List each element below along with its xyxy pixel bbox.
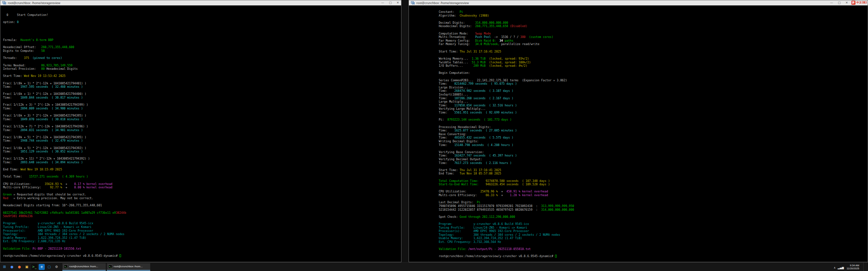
terminal-cursor xyxy=(555,255,557,257)
terminal-line xyxy=(3,164,401,168)
terminal-output-left[interactable]: 0 Start Computation!option: 0Formula: Hu… xyxy=(0,5,401,262)
terminal-icon: >_ xyxy=(108,265,112,269)
taskbar-window-button[interactable]: >_root@crunchbox /hom... xyxy=(107,263,150,271)
terminal-line: Hexadecimal Digits starting from: 16^-26… xyxy=(3,204,401,207)
edge-icon[interactable]: e xyxy=(39,264,45,270)
terminal-line: Time: 15148.798 seconds ( 4.208 hours ) xyxy=(439,143,868,147)
terminal-line: Program: y-cruncher v0.8.6 Build 9545-ic… xyxy=(439,222,868,226)
terminal-line: CPU Utilization: 35624.93 % + 0.17 % ker… xyxy=(3,182,401,186)
terminal-line: Hexadecimal Digits: 260,771,355,448,658 … xyxy=(439,24,868,28)
terminal-line xyxy=(439,17,868,21)
terminal-line: Start Time: Thu Jul 31 17:16:41 2025 xyxy=(439,50,868,54)
terminal-line xyxy=(439,53,868,57)
terminal-line: 0 Start Computation! xyxy=(3,13,401,17)
terminal-line: Internal Precision: 80 Hexadecimal Digit… xyxy=(3,67,401,71)
show-desktop-button[interactable] xyxy=(863,263,865,271)
code-icon[interactable]: ▢ xyxy=(46,264,52,270)
terminal-line: Digits to Compute: 58 xyxy=(3,49,401,53)
terminal-line: Computation Mode: Swap Mode xyxy=(439,32,868,36)
terminal-line: Pi: 8793223.144 seconds ( 101.773 days ) xyxy=(439,118,868,122)
firefox-icon[interactable]: ● xyxy=(16,264,22,270)
terminal-line: Usable Memory: 1,622,394,724,352 (1.47 T… xyxy=(439,236,868,240)
terminal-line xyxy=(3,189,401,193)
terminal-line: Series CommonP2B3... 22,141,292,175,361 … xyxy=(439,79,868,82)
terminal-line xyxy=(3,35,401,39)
close-button[interactable]: ✕ xyxy=(396,0,399,5)
terminal-line xyxy=(3,42,401,46)
terminal-line xyxy=(3,27,401,31)
maximize-button[interactable]: ▢ xyxy=(389,0,392,5)
terminal-icon[interactable]: >_ xyxy=(31,264,37,270)
terminal-line: Time: 1947.595 seconds ( 32.460 minutes … xyxy=(3,85,401,89)
network-icon[interactable]: ▂▄▆ xyxy=(838,266,844,269)
terminal-line xyxy=(3,121,401,125)
terminal-line: Program: y-cruncher v0.8.6 Build 9545-ic… xyxy=(3,222,401,225)
terminal-line: Time: 1625.077 seconds ( 27.085 minutes … xyxy=(439,129,868,132)
terminal-line xyxy=(439,218,868,222)
terminal-line xyxy=(3,60,401,64)
terminal-line xyxy=(3,31,401,35)
terminal-line: Begin Computation: xyxy=(439,71,868,75)
terminal-line: Algorithm: Chudnovsky (1988) xyxy=(439,14,868,18)
terminal-line: Red = Extra working precision. May not b… xyxy=(3,196,401,200)
terminal-line: Hexadecimal Offset: 260,771,355,448,600 xyxy=(3,45,401,49)
terminal-line: Time: 7617.273 seconds ( 2.116 hours ) xyxy=(439,161,868,165)
terminal-line: Validation File: Pi-BBP - 20251119-18155… xyxy=(3,247,401,251)
minimize-button[interactable]: — xyxy=(381,0,384,5)
terminal-line: Topology: 384 threads / 384 cores / 2 so… xyxy=(439,233,868,237)
terminal-line xyxy=(439,197,868,201)
terminal-line: Base Converting: xyxy=(439,132,868,136)
terminal-line: Frac( 1/(6k + 5) * 2^(-12k + 10430854217… xyxy=(3,146,401,150)
terminal-line: Time: 268474.982 seconds ( 3.107 days ) xyxy=(439,89,868,93)
terminal-line: Decimal Digits: 314,000,000,000,000 xyxy=(439,21,868,25)
terminal-line xyxy=(439,251,868,255)
terminal-line: Time: 2094.031 seconds ( 34.901 minutes … xyxy=(3,128,401,132)
close-button[interactable]: ✕ xyxy=(845,0,848,5)
terminal-line: Start Time: Thu Jul 31 17:16:41 2025 xyxy=(439,168,868,172)
terminal-line xyxy=(439,165,868,168)
terminal-line: Multi-Threading: Push Pool -> 1536 / ? /… xyxy=(439,35,868,39)
putty-icon xyxy=(411,1,415,5)
terminal-line xyxy=(3,171,401,175)
terminal-line: Time: 1849.070 seconds ( 30.818 minutes … xyxy=(3,118,401,121)
start-icon[interactable]: ⊞ xyxy=(1,264,7,270)
terminal-line: Verifying Decimal Output: xyxy=(439,158,868,161)
terminal-line xyxy=(439,244,868,248)
terminal-line: Frac( 1/(6k + 1) * 2^(-12k + 10430854217… xyxy=(3,92,401,96)
terminal-line xyxy=(439,122,868,125)
taskbar-clock[interactable]: 9:34 AM 11/20/2025 xyxy=(847,264,859,270)
terminal-line: Time: 187206.260 seconds ( 2.167 days ) xyxy=(439,97,868,100)
terminal-line: Time: 1948.744 seconds ( 32.479 minutes … xyxy=(3,139,401,143)
terminal-line: Time: 481655.432 seconds ( 5.575 days ) xyxy=(439,136,868,140)
terminal-line: Frac( 1/(12k + 7) * 2^(-12k + 1043085421… xyxy=(3,125,401,128)
terminal-line: Frac( 1/(8k + 1) * 2^(-12k + 10430854217… xyxy=(3,82,401,85)
terminal-line: Spot Check: Good through 202,112,290,000… xyxy=(439,215,868,219)
window-title: root@crunchbox: /home/storagereview xyxy=(8,1,60,5)
ime-icon[interactable]: 拼 xyxy=(851,1,855,5)
browser-icon[interactable]: ● xyxy=(9,264,15,270)
terminal-line: Processor(s): AMD EPYC 9965 192-Core Pro… xyxy=(3,229,401,233)
terminal-line xyxy=(3,250,401,254)
terminal-line xyxy=(439,75,868,79)
terminal-line: Time: 2094.009 seconds ( 34.900 minutes … xyxy=(3,107,401,110)
titlebar-right[interactable]: root@crunchbox: /home/storagereview — ▢ … xyxy=(409,0,868,5)
files-icon[interactable]: ▣ xyxy=(24,264,30,270)
ime-indicator[interactable]: 拼 中文(简) xyxy=(851,0,867,5)
terminal-output-right[interactable]: Constant: PiAlgorithm: Chudnovsky (1988)… xyxy=(409,5,868,262)
tray-expand-icon[interactable]: ∧ xyxy=(834,266,836,269)
terminal-line xyxy=(439,147,868,150)
terminal-line: Processor(s): AMD EPYC 9965 192-Core Pro… xyxy=(439,229,868,233)
terminal-line: Frac( 1/(8k + 5) * 2^(-12k + 10430854217… xyxy=(3,136,401,139)
terminal-line: Time: 117058.654 seconds ( 32.516 hours … xyxy=(439,104,868,107)
terminal-line: Validation File: /mnt/output/Pi - 202511… xyxy=(439,247,868,251)
terminal-line: Frac( 1/(12k + 3) * 2^(-12k + 1043085421… xyxy=(3,103,401,107)
maximize-button[interactable]: ▢ xyxy=(838,0,841,5)
terminal-line: Est. CPU Frequency: 2,600,731,135 Hz xyxy=(3,239,401,243)
taskbar-window-button[interactable]: >_root@crunchbox /hom... xyxy=(62,263,106,271)
terminal-line: Verifying Large Multiply... xyxy=(439,107,868,111)
minimize-button[interactable]: — xyxy=(830,0,833,5)
titlebar-left[interactable]: root@crunchbox: /home/storagereview — ▢ … xyxy=(0,0,401,5)
settings-icon[interactable]: ⚙ xyxy=(54,264,60,270)
terminal-line xyxy=(3,207,401,211)
terminal-line: 5218154442 3122022057 8794933535 4650797… xyxy=(439,208,868,212)
